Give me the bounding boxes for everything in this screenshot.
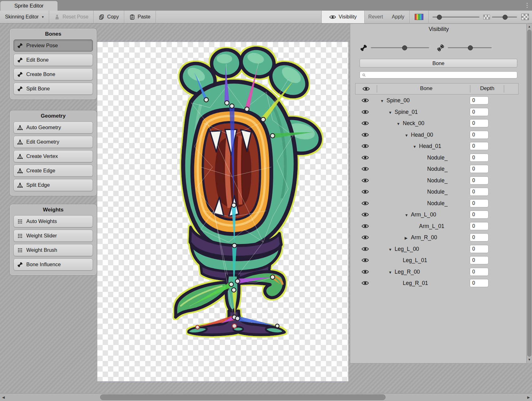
row-eye-icon[interactable] — [361, 235, 369, 240]
bone-search[interactable] — [360, 71, 517, 79]
apply-button[interactable]: Apply — [387, 11, 410, 23]
row-eye-icon[interactable] — [361, 201, 369, 206]
expander-icon[interactable]: ▼ — [405, 213, 411, 217]
horizontal-scroll-thumb[interactable] — [100, 394, 386, 400]
row-eye-icon[interactable] — [361, 109, 369, 114]
depth-input[interactable] — [470, 268, 489, 276]
scroll-left-icon[interactable]: ◀ — [1, 393, 6, 401]
vertical-scrollbar[interactable]: ▲ ▼ — [526, 23, 532, 363]
sprite-opacity-slider[interactable] — [490, 11, 521, 23]
depth-input[interactable] — [470, 154, 489, 162]
edit-geometry-button[interactable]: Edit Geometry — [13, 136, 93, 148]
depth-input[interactable] — [470, 142, 489, 150]
row-eye-icon[interactable] — [361, 166, 369, 171]
bone-row-leg-r-00[interactable]: ▼Leg_R_00 — [350, 266, 527, 278]
mesh-opacity-track[interactable] — [448, 47, 492, 48]
depth-input[interactable] — [470, 233, 489, 241]
expander-icon[interactable]: ▼ — [388, 270, 395, 275]
depth-input[interactable] — [470, 211, 489, 219]
bone-row-spine-00[interactable]: ▼Spine_00 — [350, 95, 527, 107]
expander-icon[interactable]: ▼ — [396, 122, 403, 126]
bone-row-spine-01[interactable]: ▼Spine_01 — [350, 107, 527, 118]
expander-icon[interactable]: ▶ — [405, 236, 411, 240]
skinning-editor-dropdown[interactable]: Skinning Editor ▾ — [0, 11, 49, 23]
horizontal-scrollbar[interactable]: ◀ ▶ — [0, 393, 532, 401]
depth-input[interactable] — [470, 279, 489, 287]
scroll-right-icon[interactable]: ▶ — [526, 393, 531, 401]
color-swatch-button[interactable] — [410, 11, 429, 23]
bone-row-leg-r-01[interactable]: Leg_R_01 — [350, 278, 527, 289]
row-eye-icon[interactable] — [361, 121, 369, 126]
row-eye-icon[interactable] — [361, 189, 369, 194]
depth-input[interactable] — [470, 108, 489, 116]
row-eye-icon[interactable] — [361, 246, 369, 251]
depth-input[interactable] — [470, 222, 489, 230]
bone-row-arm-r-00[interactable]: ▶Arm_R_00 — [350, 232, 527, 244]
monster-sprite[interactable] — [97, 42, 348, 381]
weight-brush-button[interactable]: Weight Brush — [13, 244, 93, 256]
create-vertex-button[interactable]: Create Vertex — [13, 150, 93, 162]
depth-input[interactable] — [470, 131, 489, 139]
auto-weights-button[interactable]: Auto Weights — [13, 215, 93, 227]
expander-icon[interactable]: ▼ — [380, 99, 386, 103]
bone-row-neck-00[interactable]: ▼Neck_00 — [350, 118, 527, 129]
visibility-toggle[interactable]: Visibility — [321, 11, 365, 23]
overflow-menu-icon[interactable]: ⋮ — [524, 2, 529, 9]
expander-icon[interactable]: ▼ — [413, 145, 419, 149]
mesh-opacity-handle[interactable] — [468, 45, 473, 50]
bone-tab[interactable]: Bone — [360, 59, 517, 68]
bone-opacity-track[interactable] — [371, 47, 429, 48]
split-edge-button[interactable]: Split Edge — [13, 179, 93, 191]
bone-row-nodule[interactable]: Nodule_ — [350, 175, 527, 187]
row-eye-icon[interactable] — [361, 155, 369, 160]
expander-icon[interactable]: ▼ — [388, 110, 395, 115]
vertical-scroll-thumb[interactable] — [527, 30, 531, 357]
row-eye-icon[interactable] — [361, 144, 369, 149]
depth-input[interactable] — [470, 165, 489, 173]
paste-button[interactable]: Paste — [124, 11, 156, 23]
edit-bone-button[interactable]: Edit Bone — [13, 54, 93, 66]
bone-row-head-00[interactable]: ▼Head_00 — [350, 129, 527, 141]
bone-opacity-handle[interactable] — [402, 45, 407, 50]
row-eye-icon[interactable] — [361, 98, 369, 103]
bone-row-arm-l-00[interactable]: ▼Arm_L_00 — [350, 209, 527, 221]
create-bone-button[interactable]: Create Bone — [13, 68, 93, 80]
sprite-canvas[interactable] — [97, 42, 349, 382]
slider-handle[interactable] — [437, 15, 442, 20]
copy-button[interactable]: Copy — [94, 11, 124, 23]
bone-row-leg-l-00[interactable]: ▼Leg_L_00 — [350, 244, 527, 255]
depth-input[interactable] — [470, 245, 489, 253]
bone-row-arm-l-01[interactable]: Arm_L_01 — [350, 221, 527, 232]
expander-icon[interactable]: ▼ — [388, 247, 395, 252]
depth-input[interactable] — [470, 188, 489, 196]
depth-input[interactable] — [470, 119, 489, 127]
row-eye-icon[interactable] — [361, 269, 369, 274]
row-eye-icon[interactable] — [361, 212, 369, 217]
bone-row-nodule[interactable]: Nodule_ — [350, 164, 527, 175]
bone-row-leg-l-01[interactable]: Leg_L_01 — [350, 255, 527, 266]
scroll-down-icon[interactable]: ▼ — [527, 357, 532, 362]
depth-input[interactable] — [470, 256, 489, 264]
row-eye-icon[interactable] — [361, 132, 369, 137]
tab-sprite-editor[interactable]: Sprite Editor — [0, 1, 58, 11]
row-eye-icon[interactable] — [361, 258, 369, 263]
auto-geometry-button[interactable]: Auto Geometry — [13, 121, 93, 134]
split-bone-button[interactable]: Split Bone — [13, 83, 93, 95]
slider-handle[interactable] — [503, 15, 508, 20]
create-edge-button[interactable]: Create Edge — [13, 165, 93, 177]
scroll-up-icon[interactable]: ▲ — [527, 24, 532, 29]
revert-button[interactable]: Revert — [365, 11, 387, 23]
bone-row-nodule[interactable]: Nodule_ — [350, 198, 527, 210]
row-eye-icon[interactable] — [361, 224, 369, 229]
weight-slider-button[interactable]: Weight Slider — [13, 230, 93, 242]
bone-row-head-01[interactable]: ▼Head_01 — [350, 141, 527, 152]
depth-input[interactable] — [470, 176, 489, 185]
search-input[interactable] — [368, 72, 515, 78]
bone-opacity-slider[interactable] — [429, 11, 483, 23]
bone-row-nodule[interactable]: Nodule_ — [350, 152, 527, 164]
bone-influence-button[interactable]: Bone Influence — [13, 258, 93, 271]
reset-pose-button[interactable]: Reset Pose — [49, 11, 94, 23]
depth-input[interactable] — [470, 96, 489, 104]
row-eye-icon[interactable] — [361, 178, 369, 183]
bone-row-nodule[interactable]: Nodule_ — [350, 186, 527, 198]
